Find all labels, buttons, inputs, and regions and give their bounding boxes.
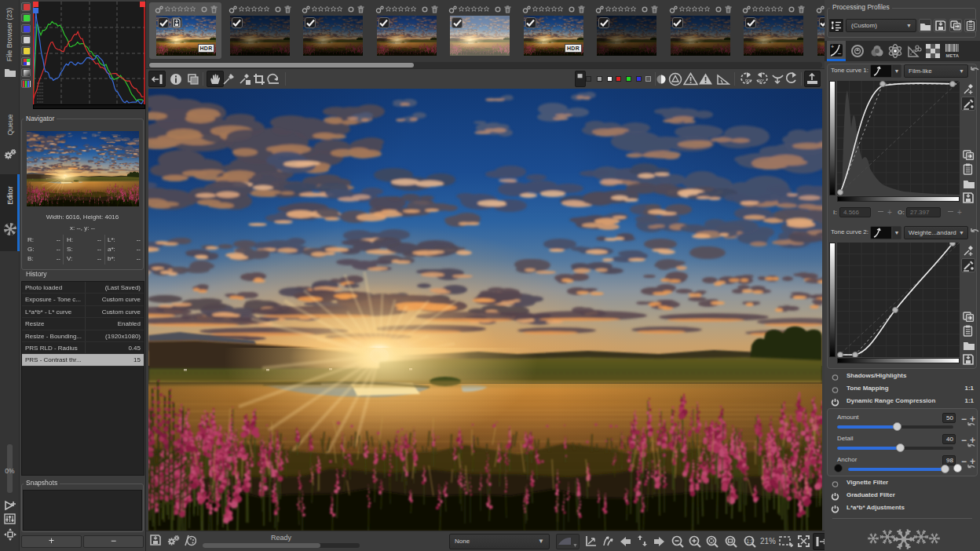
svg-text:1:1: 1:1 xyxy=(747,538,754,544)
svg-text:90°: 90° xyxy=(758,78,764,83)
svg-text:META: META xyxy=(946,53,960,58)
svg-text:+: + xyxy=(831,44,834,49)
svg-text:−: − xyxy=(838,50,842,57)
svg-text:90°: 90° xyxy=(745,78,751,83)
